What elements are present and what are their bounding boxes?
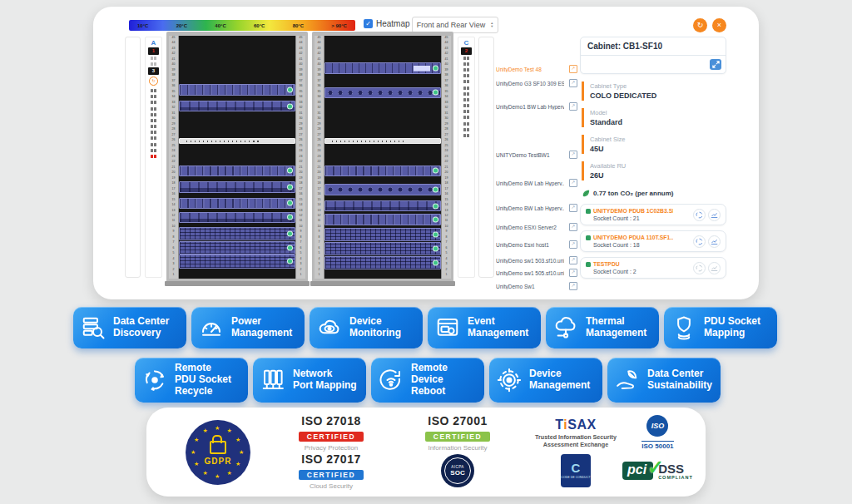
pdu-outlet[interactable] bbox=[463, 134, 469, 137]
feature-button-pdu-socket-mapping[interactable]: PDU SocketMapping bbox=[664, 307, 777, 348]
pdu-chart-button[interactable] bbox=[708, 235, 721, 248]
device-list-item[interactable]: UnityDemo BW Lab Hyperv..↗ bbox=[496, 204, 577, 212]
rack-server[interactable] bbox=[324, 166, 441, 176]
pdu-card[interactable]: UNITYDEMO PDUB 1C02B3.SF9Socket Count : … bbox=[580, 204, 726, 225]
rack-server[interactable] bbox=[179, 101, 295, 111]
rack-switch[interactable] bbox=[179, 138, 295, 144]
pdu-recycle-button[interactable] bbox=[693, 262, 706, 274]
pdu-outlet[interactable] bbox=[151, 101, 156, 104]
pdu-outlet[interactable] bbox=[151, 107, 156, 111]
rack-server[interactable] bbox=[179, 241, 295, 254]
pdu-outlet[interactable] bbox=[151, 143, 156, 146]
device-list-item[interactable]: UnityDemo1 BW Lab Hyperv..↗ bbox=[496, 102, 577, 111]
rack-server[interactable] bbox=[324, 200, 441, 211]
feature-button-device-management[interactable]: DeviceManagement bbox=[489, 358, 602, 403]
open-device-icon[interactable]: ↗ bbox=[569, 282, 577, 290]
pdu-outlet[interactable] bbox=[151, 113, 156, 116]
rack-server[interactable] bbox=[324, 87, 441, 98]
rack-server[interactable] bbox=[324, 184, 441, 195]
heatmap-toggle[interactable]: ✓ Heatmap bbox=[364, 19, 410, 28]
pdu-outlet[interactable] bbox=[463, 57, 469, 60]
pdu-outlet[interactable] bbox=[463, 122, 469, 126]
rack-server[interactable] bbox=[179, 166, 295, 176]
pdu-card[interactable]: TESTPDUSocket Count : 2 bbox=[580, 257, 726, 279]
device-list-item[interactable]: UnityDemo Test 48↗ bbox=[496, 65, 577, 73]
device-list-item[interactable]: UnityDemo sw1 503.sf10.uni..↗ bbox=[496, 256, 577, 264]
pdu-outlet[interactable] bbox=[151, 89, 156, 92]
pdu-outlet[interactable] bbox=[151, 95, 156, 98]
open-device-icon[interactable]: ↗ bbox=[569, 256, 577, 264]
pdu-outlet[interactable] bbox=[463, 74, 469, 77]
device-list-item[interactable]: UnityDemo G3 SF10 309 ES..↗ bbox=[496, 79, 577, 87]
pdu-recycle-button[interactable] bbox=[693, 235, 706, 248]
rack-server[interactable] bbox=[324, 228, 441, 241]
rack-server[interactable] bbox=[179, 84, 295, 95]
pdu-strip-c[interactable]: C2 bbox=[458, 37, 475, 278]
open-device-icon[interactable]: ↗ bbox=[569, 223, 577, 231]
rack-server[interactable] bbox=[324, 256, 441, 269]
heatmap-checkbox-icon[interactable]: ✓ bbox=[364, 19, 373, 28]
open-device-icon[interactable]: ↗ bbox=[569, 179, 577, 187]
open-device-icon[interactable]: ↗ bbox=[569, 151, 577, 159]
open-device-icon[interactable]: ↗ bbox=[569, 240, 577, 249]
pdu-outlet[interactable] bbox=[463, 92, 469, 96]
feature-button-remote-pdu-socket-recycle[interactable]: RemotePDU SocketRecycle bbox=[135, 358, 248, 403]
pdu-outlet[interactable] bbox=[151, 125, 156, 128]
open-device-icon[interactable]: ↗ bbox=[569, 79, 577, 87]
pdu-outlet[interactable] bbox=[463, 98, 469, 101]
pdu-outlet[interactable] bbox=[151, 119, 156, 122]
feature-button-device-monitoring[interactable]: DeviceMonitoring bbox=[310, 307, 423, 348]
pdu-outlet[interactable] bbox=[463, 68, 469, 72]
cabinet-search-input[interactable] bbox=[581, 56, 726, 73]
open-device-icon[interactable]: ↗ bbox=[569, 65, 577, 73]
pdu-outlet[interactable] bbox=[463, 128, 469, 131]
feature-button-network-port-mapping[interactable]: NetworkPort Mapping bbox=[253, 358, 366, 403]
pdu-outlet[interactable] bbox=[151, 155, 156, 158]
view-selector-dropdown[interactable]: Front and Rear View ▲▼ bbox=[412, 17, 498, 33]
rack-server[interactable] bbox=[324, 214, 441, 225]
device-list-item[interactable]: UnityDemo Esxi host1↗ bbox=[496, 240, 577, 249]
expand-icon[interactable] bbox=[710, 59, 721, 70]
rack-server[interactable] bbox=[179, 212, 295, 223]
feature-button-data-center-sustainability[interactable]: Data CenterSustainability bbox=[607, 358, 721, 403]
rack-server[interactable] bbox=[179, 254, 295, 268]
pdu-outlet[interactable] bbox=[151, 136, 156, 140]
feature-button-remote-device-reboot[interactable]: RemoteDeviceReboot bbox=[371, 358, 484, 403]
pdu-outlet[interactable] bbox=[463, 86, 469, 90]
rack-server[interactable] bbox=[179, 198, 295, 209]
pdu-chart-button[interactable] bbox=[708, 209, 721, 221]
pdu-card[interactable]: UNITYDEMO PDUA 110T.SF1...Socket Count :… bbox=[580, 230, 726, 252]
rack-server[interactable] bbox=[324, 242, 441, 255]
open-device-icon[interactable]: ↗ bbox=[569, 204, 577, 212]
feature-button-data-center-discovery[interactable]: Data CenterDiscovery bbox=[73, 307, 186, 348]
rack-server[interactable] bbox=[324, 62, 441, 73]
close-button[interactable]: × bbox=[712, 18, 726, 32]
device-list-item[interactable]: UnityDemo BW Lab Hyperv..↗ bbox=[496, 179, 577, 187]
pdu-outlet[interactable] bbox=[151, 149, 156, 152]
pdu-outlet[interactable] bbox=[463, 116, 469, 119]
pdu-strip-a[interactable]: A13↻ bbox=[145, 37, 162, 278]
open-device-icon[interactable]: ↗ bbox=[569, 269, 577, 277]
feature-button-thermal-management[interactable]: ThermalManagement bbox=[546, 307, 659, 348]
device-list-item[interactable]: UnityDemo sw1 505.sf10.uni..↗ bbox=[496, 269, 577, 277]
feature-button-event-management[interactable]: EventManagement bbox=[428, 307, 541, 348]
pdu-outlet[interactable] bbox=[463, 62, 469, 66]
open-device-icon[interactable]: ↗ bbox=[569, 102, 577, 111]
feature-button-power-management[interactable]: PowerManagement bbox=[191, 307, 305, 348]
rack-switch[interactable] bbox=[324, 138, 441, 144]
rack-server[interactable] bbox=[179, 181, 295, 192]
device-list-item[interactable]: UNITYDemo TestBW1↗ bbox=[496, 151, 577, 159]
pdu-recycle-button[interactable] bbox=[693, 209, 706, 221]
pdu-alert-marker[interactable]: ↻ bbox=[149, 77, 158, 86]
rack-server[interactable] bbox=[179, 227, 295, 240]
refresh-button[interactable]: ↻ bbox=[693, 18, 707, 32]
pdu-outlet[interactable] bbox=[463, 80, 469, 83]
device-monitoring-icon bbox=[315, 314, 344, 342]
pdu-outlet[interactable] bbox=[463, 104, 469, 107]
device-list-item[interactable]: UnityDemo ESXi Server2↗ bbox=[496, 223, 577, 231]
pdu-outlet[interactable] bbox=[463, 110, 469, 113]
pdu-chart-button[interactable] bbox=[708, 262, 721, 274]
device-list-item[interactable]: UnityDemo Sw1↗ bbox=[496, 282, 577, 290]
device-name: UnityDemo sw1 505.sf10.uni.. bbox=[496, 270, 564, 276]
pdu-outlet[interactable] bbox=[151, 131, 156, 134]
